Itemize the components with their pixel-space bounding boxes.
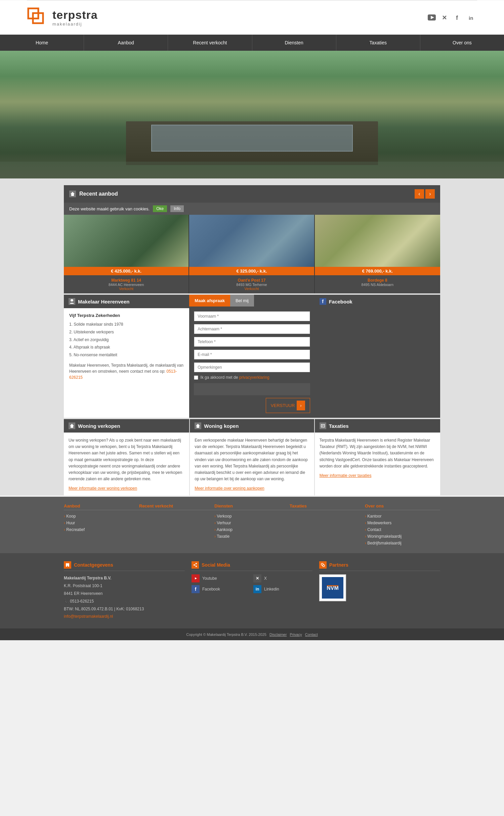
house-icon: [69, 191, 76, 197]
makelaar-list: 1. Solide makelaar sinds 1978 2. Uitstek…: [69, 321, 184, 359]
hero-image: [0, 51, 504, 178]
brand-name: terpstra: [52, 8, 98, 22]
partners-box-header: Partners: [319, 561, 440, 571]
contact-email[interactable]: info@terpstramakelaardij.nl: [64, 614, 113, 619]
woning-verkopen-panel: Woning verkopen Uw woning verkopen? Als …: [64, 419, 189, 495]
listing-address-2[interactable]: Oant'e Post 17: [192, 278, 311, 283]
contact-phone: 0513-626215: [70, 599, 94, 604]
listing-price-1: € 425.000,- k.k.: [64, 267, 188, 275]
woning-kopen-link[interactable]: Meer informatie over woning aankopen: [195, 486, 264, 491]
nav-aanbod[interactable]: Aanbod: [84, 35, 168, 51]
footer-over-ons-title: Over ons: [365, 503, 440, 510]
taxaties-panel: Taxaties Terpstra Makelaardij Heerenveen…: [315, 419, 440, 495]
woning-verkopen-link[interactable]: Meer informatie over woning verkopen: [69, 486, 137, 491]
privacy-link[interactable]: privacyverklaring: [239, 375, 269, 380]
footer-diensten-verkoop[interactable]: › Verkoop: [214, 513, 290, 520]
svg-marker-9: [70, 424, 74, 428]
nvm-logo: NVM: [319, 574, 346, 601]
footer-woningmakelaardij[interactable]: › Woningmakelaardij: [365, 533, 440, 540]
social-box-header: Social Media: [192, 561, 312, 571]
facebook-icon: f: [320, 298, 326, 305]
facebook-header-icon[interactable]: f: [454, 12, 464, 23]
woning-kopen-text: Een verkoopende makelaar Heerenveen beha…: [195, 437, 309, 482]
nav-over-ons[interactable]: Over ons: [420, 35, 504, 51]
hero-water: [0, 162, 504, 178]
woning-verkopen-body: Uw woning verkopen? Als u op zoek bent n…: [64, 433, 189, 495]
footer-aanbod-recreatief[interactable]: › Recreatief: [64, 526, 139, 533]
listing-price-2: € 325.000,- k.k.: [189, 267, 314, 275]
listings-grid: € 425.000,- k.k. Marktweg 81 14 8444 AC …: [64, 215, 440, 293]
svg-text:in: in: [469, 15, 473, 21]
taxaties-body: Terpstra Makelaardij Heerenveen is erken…: [315, 433, 440, 483]
facebook-row: f Facebook: [192, 585, 251, 593]
footer-recent-title: Recent verkocht: [139, 503, 214, 510]
linkedin-icon[interactable]: in: [467, 12, 477, 23]
footer-taxaties-title: Taxaties: [290, 503, 365, 510]
opmerkingen-input[interactable]: [194, 362, 310, 372]
header-social: ✕ f in: [427, 12, 477, 23]
footer-kantoor[interactable]: › Kantoor: [365, 513, 440, 520]
form-tab-afspraak[interactable]: Maak afspraak: [189, 295, 230, 307]
next-arrow[interactable]: ›: [425, 189, 435, 199]
footer-medewerkers[interactable]: › Medewerkers: [365, 520, 440, 526]
prev-arrow[interactable]: ‹: [415, 189, 424, 199]
facebook-social-icon: f: [192, 585, 200, 593]
taxaties-link[interactable]: Meer informatie over taxaties: [320, 473, 372, 478]
linkedin-label[interactable]: Linkedin: [264, 587, 279, 591]
footer-aanbod-koop[interactable]: › Koop: [64, 513, 139, 520]
privacy-label: Ik ga akkoord met de privacyverklaring: [200, 375, 269, 380]
woning-kopen-title: Woning kopen: [204, 423, 239, 429]
x-row: ✕ X: [253, 574, 312, 582]
hero-building: [126, 121, 378, 165]
youtube-icon[interactable]: [427, 12, 437, 23]
footer-contact[interactable]: › Contact: [365, 526, 440, 533]
listing-address-3[interactable]: Bordege 8: [318, 278, 437, 283]
privacy-footer-link[interactable]: Privacy: [290, 633, 302, 637]
facebook-section: f Facebook: [315, 295, 440, 418]
footer-aanbod-title: Aanbod: [64, 503, 139, 510]
telefoon-input[interactable]: [194, 337, 310, 347]
taxaties-header: Taxaties: [315, 419, 440, 433]
submit-button[interactable]: VERSTUUR ›: [266, 398, 310, 413]
footer-bedrijfsmakelaardij[interactable]: › Bedrijfsmakelaardij: [365, 540, 440, 546]
submit-arrow: ›: [297, 401, 305, 410]
social-links-grid: Youtube ✕ X f Facebook in Linkedin: [192, 574, 312, 593]
cookie-ok-button[interactable]: Oke: [153, 205, 167, 212]
x-twitter-icon[interactable]: ✕: [440, 12, 450, 23]
logo-area: terpstra makelaardij: [27, 7, 98, 28]
contact-footer-link[interactable]: Contact: [305, 633, 318, 637]
listing-postal-3: 8495 NS Aldeboarn: [318, 283, 437, 287]
makelaar-item-3: 3. Actief en zorgvuldig: [69, 336, 184, 344]
listing-postal-2: 8493 MG Terherne: [192, 283, 311, 287]
listing-postal-1: 8444 AC Heerenveen: [67, 283, 186, 287]
footer-aanbod-list: › Koop › Huur › Recreatief: [64, 513, 139, 533]
form-tab-bel[interactable]: Bel mij: [230, 295, 254, 307]
voornaam-input[interactable]: [194, 311, 310, 321]
makelaar-item-2: 2. Uitstekende verkopers: [69, 328, 184, 336]
main-content: Recent aanbod ‹ › Deze website maakt geb…: [0, 178, 504, 495]
privacy-checkbox[interactable]: [194, 375, 198, 380]
disclaimer-link[interactable]: Disclaimer: [269, 633, 287, 637]
facebook-label[interactable]: Facebook: [202, 587, 220, 591]
email-input[interactable]: [194, 350, 310, 360]
listing-address-1[interactable]: Marktweg 81 14: [67, 278, 186, 283]
footer-diensten-verhuur[interactable]: › Verhuur: [214, 520, 290, 526]
footer-diensten-aankoop[interactable]: › Aankoop: [214, 526, 290, 533]
nav-recent-verkocht[interactable]: Recent verkocht: [168, 35, 252, 51]
listing-nav-arrows: ‹ ›: [415, 189, 435, 199]
achternaam-input[interactable]: [194, 324, 310, 334]
woning-kopen-body: Een verkoopende makelaar Heerenveen beha…: [190, 433, 314, 495]
three-panels: Woning verkopen Uw woning verkopen? Als …: [64, 419, 440, 495]
main-nav: Home Aanbod Recent verkocht Diensten Tax…: [0, 35, 504, 51]
cookie-info-button[interactable]: Info: [170, 205, 184, 212]
footer-aanbod-huur[interactable]: › Huur: [64, 520, 139, 526]
svg-marker-10: [196, 424, 200, 428]
footer-nav-grid: Aanbod › Koop › Huur › Recreatief Recent…: [57, 503, 447, 546]
footer-diensten-taxatie[interactable]: › Taxatie: [214, 533, 290, 540]
nav-home[interactable]: Home: [0, 35, 84, 51]
youtube-label[interactable]: Youtube: [202, 576, 217, 581]
nav-diensten[interactable]: Diensten: [252, 35, 336, 51]
listing-image-1: [64, 215, 188, 267]
nav-taxaties[interactable]: Taxaties: [336, 35, 420, 51]
x-label[interactable]: X: [264, 576, 267, 581]
